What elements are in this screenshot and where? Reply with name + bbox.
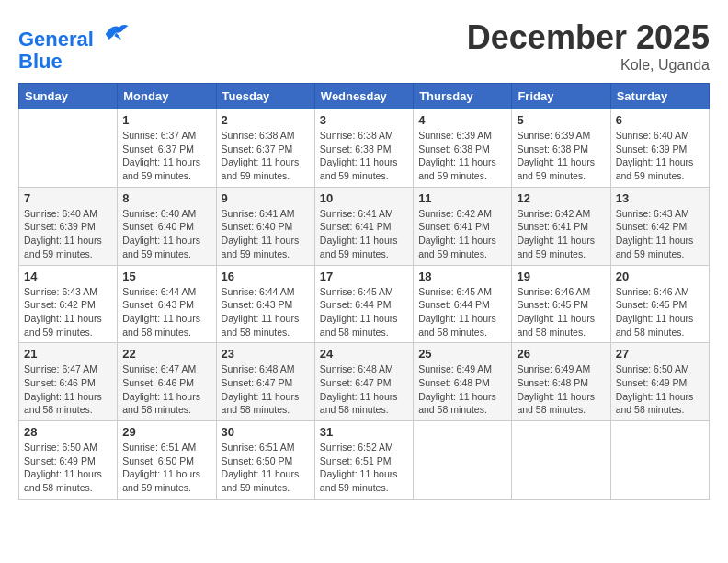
day-info: Sunrise: 6:50 AM Sunset: 6:49 PM Dayligh… (24, 441, 112, 495)
calendar-cell: 11Sunrise: 6:42 AM Sunset: 6:41 PM Dayli… (414, 187, 512, 265)
day-number: 13 (616, 191, 704, 205)
day-info: Sunrise: 6:52 AM Sunset: 6:51 PM Dayligh… (320, 441, 408, 495)
day-number: 11 (418, 191, 506, 205)
day-number: 17 (320, 270, 408, 283)
calendar-cell: 7Sunrise: 6:40 AM Sunset: 6:39 PM Daylig… (19, 187, 118, 265)
page-header: General Blue December 2025 Kole, Uganda (18, 18, 710, 74)
day-info: Sunrise: 6:40 AM Sunset: 6:40 PM Dayligh… (122, 207, 210, 261)
day-info: Sunrise: 6:37 AM Sunset: 6:37 PM Dayligh… (122, 129, 210, 183)
day-number: 10 (320, 191, 408, 205)
day-info: Sunrise: 6:46 AM Sunset: 6:45 PM Dayligh… (616, 285, 704, 339)
day-info: Sunrise: 6:41 AM Sunset: 6:41 PM Dayligh… (320, 207, 408, 261)
calendar-week-row: 21Sunrise: 6:47 AM Sunset: 6:46 PM Dayli… (19, 343, 710, 421)
day-info: Sunrise: 6:38 AM Sunset: 6:38 PM Dayligh… (320, 129, 408, 183)
day-number: 20 (616, 270, 704, 283)
day-info: Sunrise: 6:42 AM Sunset: 6:41 PM Dayligh… (517, 207, 605, 261)
day-number: 21 (24, 347, 112, 361)
day-number: 23 (222, 347, 310, 361)
calendar-cell (19, 109, 118, 188)
calendar-cell: 26Sunrise: 6:49 AM Sunset: 6:48 PM Dayli… (512, 343, 610, 421)
day-info: Sunrise: 6:40 AM Sunset: 6:39 PM Dayligh… (24, 207, 112, 261)
day-number: 1 (122, 113, 210, 127)
calendar-cell: 28Sunrise: 6:50 AM Sunset: 6:49 PM Dayli… (19, 421, 118, 500)
day-number: 3 (320, 113, 408, 127)
day-info: Sunrise: 6:50 AM Sunset: 6:49 PM Dayligh… (616, 362, 704, 417)
calendar-cell: 21Sunrise: 6:47 AM Sunset: 6:46 PM Dayli… (19, 343, 118, 421)
day-number: 15 (122, 270, 210, 283)
calendar-cell: 14Sunrise: 6:43 AM Sunset: 6:42 PM Dayli… (19, 265, 118, 343)
day-number: 14 (24, 270, 112, 283)
day-info: Sunrise: 6:47 AM Sunset: 6:46 PM Dayligh… (24, 362, 112, 417)
weekday-header-cell: Wednesday (314, 84, 413, 109)
calendar-cell: 10Sunrise: 6:41 AM Sunset: 6:41 PM Dayli… (314, 187, 413, 265)
day-info: Sunrise: 6:43 AM Sunset: 6:42 PM Dayligh… (616, 207, 704, 261)
day-number: 22 (122, 347, 210, 361)
day-number: 8 (122, 191, 210, 205)
weekday-header-row: SundayMondayTuesdayWednesdayThursdayFrid… (19, 84, 710, 109)
calendar-cell: 23Sunrise: 6:48 AM Sunset: 6:47 PM Dayli… (216, 343, 314, 421)
calendar-cell: 2Sunrise: 6:38 AM Sunset: 6:37 PM Daylig… (216, 109, 314, 188)
day-number: 5 (517, 113, 605, 127)
calendar-body: 1Sunrise: 6:37 AM Sunset: 6:37 PM Daylig… (19, 109, 710, 500)
weekday-header-cell: Sunday (19, 84, 118, 109)
weekday-header-cell: Saturday (610, 84, 709, 109)
day-number: 27 (616, 347, 704, 361)
calendar-cell (512, 421, 610, 500)
calendar-cell: 24Sunrise: 6:48 AM Sunset: 6:47 PM Dayli… (314, 343, 413, 421)
weekday-header-cell: Thursday (414, 84, 512, 109)
calendar-cell: 19Sunrise: 6:46 AM Sunset: 6:45 PM Dayli… (512, 265, 610, 343)
logo: General Blue (18, 18, 130, 73)
day-number: 24 (320, 347, 408, 361)
day-info: Sunrise: 6:51 AM Sunset: 6:50 PM Dayligh… (122, 441, 210, 495)
weekday-header-cell: Monday (118, 84, 216, 109)
day-number: 6 (616, 113, 704, 127)
day-number: 2 (222, 113, 310, 127)
day-number: 9 (222, 191, 310, 205)
day-info: Sunrise: 6:44 AM Sunset: 6:43 PM Dayligh… (122, 285, 210, 339)
day-number: 4 (418, 113, 506, 127)
calendar-cell: 27Sunrise: 6:50 AM Sunset: 6:49 PM Dayli… (610, 343, 709, 421)
title-block: December 2025 Kole, Uganda (467, 18, 710, 74)
calendar-cell (414, 421, 512, 500)
day-info: Sunrise: 6:47 AM Sunset: 6:46 PM Dayligh… (122, 362, 210, 417)
location: Kole, Uganda (467, 57, 710, 74)
day-number: 29 (122, 425, 210, 439)
day-number: 31 (320, 425, 408, 439)
calendar-cell: 8Sunrise: 6:40 AM Sunset: 6:40 PM Daylig… (118, 187, 216, 265)
month-title: December 2025 (467, 18, 710, 57)
logo-bird-icon (102, 18, 130, 46)
day-info: Sunrise: 6:38 AM Sunset: 6:37 PM Dayligh… (222, 129, 310, 183)
calendar-cell: 16Sunrise: 6:44 AM Sunset: 6:43 PM Dayli… (216, 265, 314, 343)
day-number: 16 (222, 270, 310, 283)
calendar-cell: 15Sunrise: 6:44 AM Sunset: 6:43 PM Dayli… (118, 265, 216, 343)
day-number: 25 (418, 347, 506, 361)
calendar-cell: 30Sunrise: 6:51 AM Sunset: 6:50 PM Dayli… (216, 421, 314, 500)
day-info: Sunrise: 6:49 AM Sunset: 6:48 PM Dayligh… (418, 362, 506, 417)
day-info: Sunrise: 6:45 AM Sunset: 6:44 PM Dayligh… (320, 285, 408, 339)
calendar-cell: 29Sunrise: 6:51 AM Sunset: 6:50 PM Dayli… (118, 421, 216, 500)
day-number: 28 (24, 425, 112, 439)
day-info: Sunrise: 6:39 AM Sunset: 6:38 PM Dayligh… (418, 129, 506, 183)
day-info: Sunrise: 6:48 AM Sunset: 6:47 PM Dayligh… (222, 362, 310, 417)
day-number: 26 (517, 347, 605, 361)
calendar-cell: 6Sunrise: 6:40 AM Sunset: 6:39 PM Daylig… (610, 109, 709, 188)
day-info: Sunrise: 6:40 AM Sunset: 6:39 PM Dayligh… (616, 129, 704, 183)
calendar-cell: 4Sunrise: 6:39 AM Sunset: 6:38 PM Daylig… (414, 109, 512, 188)
day-info: Sunrise: 6:39 AM Sunset: 6:38 PM Dayligh… (517, 129, 605, 183)
calendar-cell: 5Sunrise: 6:39 AM Sunset: 6:38 PM Daylig… (512, 109, 610, 188)
day-info: Sunrise: 6:44 AM Sunset: 6:43 PM Dayligh… (222, 285, 310, 339)
day-info: Sunrise: 6:49 AM Sunset: 6:48 PM Dayligh… (517, 362, 605, 417)
day-info: Sunrise: 6:41 AM Sunset: 6:40 PM Dayligh… (222, 207, 310, 261)
calendar-cell: 3Sunrise: 6:38 AM Sunset: 6:38 PM Daylig… (314, 109, 413, 188)
day-info: Sunrise: 6:46 AM Sunset: 6:45 PM Dayligh… (517, 285, 605, 339)
calendar-week-row: 28Sunrise: 6:50 AM Sunset: 6:49 PM Dayli… (19, 421, 710, 500)
weekday-header-cell: Tuesday (216, 84, 314, 109)
calendar-cell: 25Sunrise: 6:49 AM Sunset: 6:48 PM Dayli… (414, 343, 512, 421)
calendar-cell: 9Sunrise: 6:41 AM Sunset: 6:40 PM Daylig… (216, 187, 314, 265)
day-number: 12 (517, 191, 605, 205)
day-info: Sunrise: 6:42 AM Sunset: 6:41 PM Dayligh… (418, 207, 506, 261)
day-number: 19 (517, 270, 605, 283)
day-number: 30 (222, 425, 310, 439)
calendar-cell (610, 421, 709, 500)
day-number: 18 (418, 270, 506, 283)
